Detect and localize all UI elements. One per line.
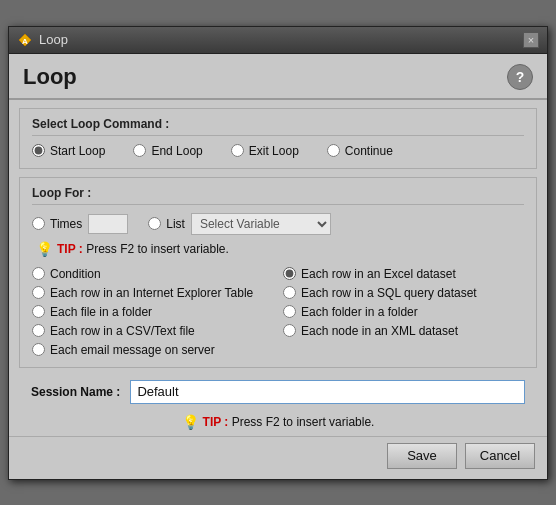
times-input[interactable] [88,214,128,234]
option-start-loop[interactable]: Start Loop [32,144,105,158]
radio-continue[interactable] [327,144,340,157]
session-row: Session Name : [19,376,537,408]
times-tip-row: 💡 TIP : Press F2 to insert variable. [32,241,524,257]
bottom-tip-row: 💡 TIP : Press F2 to insert variable. [9,410,547,436]
session-label: Session Name : [31,385,120,399]
option-email-server[interactable]: Each email message on server [32,343,273,357]
loop-for-options: Condition Each row in an Internet Explor… [32,267,524,357]
radio-excel-dataset[interactable] [283,267,296,280]
radio-end-loop[interactable] [133,144,146,157]
list-variable-select[interactable]: Select Variable [191,213,331,235]
loop-for-body: Times List Select Variable [32,213,524,357]
close-button[interactable]: × [523,32,539,48]
bottom-tip-text: TIP : Press F2 to insert variable. [203,415,375,429]
loop-command-options: Start Loop End Loop Exit Loop Continue [32,144,524,158]
title-bar-text: Loop [39,32,68,47]
option-xml-dataset[interactable]: Each node in an XML dataset [283,324,524,338]
radio-start-loop[interactable] [32,144,45,157]
radio-csv-file[interactable] [32,324,45,337]
help-button[interactable]: ? [507,64,533,90]
radio-condition[interactable] [32,267,45,280]
page-title: Loop [23,64,77,90]
option-times[interactable]: Times [32,217,82,231]
option-folder-files[interactable]: Each file in a folder [32,305,273,319]
loop-for-section: Loop For : Times List [19,177,537,368]
header-section: Loop ? [9,54,547,100]
radio-sql-dataset[interactable] [283,286,296,299]
loop-for-options-left: Condition Each row in an Internet Explor… [32,267,273,357]
svg-text:A: A [22,37,28,46]
footer: Save Cancel [9,436,547,479]
radio-folder-files[interactable] [32,305,45,318]
app-icon: A [17,32,33,48]
bottom-tip-bulb-icon: 💡 [182,414,199,430]
option-end-loop[interactable]: End Loop [133,144,202,158]
option-sql-dataset[interactable]: Each row in a SQL query dataset [283,286,524,300]
loop-command-label: Select Loop Command : [32,117,524,136]
window-body: Loop ? Select Loop Command : Start Loop … [9,54,547,479]
option-exit-loop[interactable]: Exit Loop [231,144,299,158]
title-bar: A Loop × [9,27,547,54]
option-excel-dataset[interactable]: Each row in an Excel dataset [283,267,524,281]
option-continue[interactable]: Continue [327,144,393,158]
loop-command-section: Select Loop Command : Start Loop End Loo… [19,108,537,169]
title-bar-left: A Loop [17,32,68,48]
option-csv-file[interactable]: Each row in a CSV/Text file [32,324,273,338]
radio-ie-table[interactable] [32,286,45,299]
loop-for-label: Loop For : [32,186,524,205]
save-button[interactable]: Save [387,443,457,469]
radio-times[interactable] [32,217,45,230]
option-folder-in-folder[interactable]: Each folder in a folder [283,305,524,319]
radio-xml-dataset[interactable] [283,324,296,337]
option-ie-table[interactable]: Each row in an Internet Explorer Table [32,286,273,300]
loop-for-options-right: Each row in an Excel dataset Each row in… [283,267,524,357]
radio-exit-loop[interactable] [231,144,244,157]
option-list[interactable]: List [148,217,185,231]
radio-email-server[interactable] [32,343,45,356]
cancel-button[interactable]: Cancel [465,443,535,469]
times-tip-text: TIP : Press F2 to insert variable. [57,242,229,256]
loop-for-top: Times List Select Variable [32,213,524,235]
session-input[interactable] [130,380,525,404]
window: A Loop × Loop ? Select Loop Command : St… [8,26,548,480]
tip-bulb-icon: 💡 [36,241,53,257]
times-row: Times [32,214,128,234]
radio-list[interactable] [148,217,161,230]
radio-folder-in-folder[interactable] [283,305,296,318]
option-condition[interactable]: Condition [32,267,273,281]
list-row: List Select Variable [148,213,331,235]
